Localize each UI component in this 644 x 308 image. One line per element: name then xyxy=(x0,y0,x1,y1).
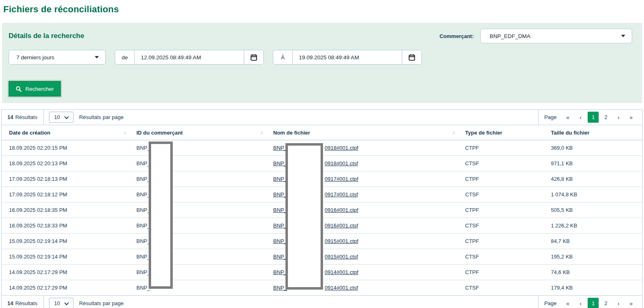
page-button-2[interactable]: 2 xyxy=(600,112,611,123)
period-dropdown-value: 7 derniers jours xyxy=(16,54,54,61)
page-button-2[interactable]: 2 xyxy=(600,298,611,308)
date-from-group: de 12.09.2025 08:49:49 AM xyxy=(115,50,264,65)
date-filter-row: 7 derniers jours de 12.09.2025 08:49:49 … xyxy=(9,50,635,65)
page-title: Fichiers de réconciliations xyxy=(0,0,644,20)
next-page-button[interactable]: › xyxy=(613,298,624,308)
date-to-label: À xyxy=(273,50,293,64)
header-label: Type de fichier xyxy=(465,130,502,136)
cell-file-size: 505,5 KB xyxy=(544,202,642,218)
last-page-button[interactable]: » xyxy=(626,112,637,123)
cell-file-size: 195,2 KB xyxy=(544,249,642,265)
date-to-group: À 19.09.2025 08:49:49 AM xyxy=(273,50,422,65)
cell-file-size: 971,1 KB xyxy=(544,156,642,171)
sort-icon[interactable]: ↓↑ xyxy=(452,130,455,135)
merchant-dropdown[interactable]: BNP_EDF_DMA xyxy=(480,29,632,43)
cell-date-creation: 18.09.2025 02:20:13 PM xyxy=(2,156,129,171)
per-page-value: 10 xyxy=(54,114,60,120)
caret-down-icon xyxy=(95,56,99,58)
search-button-row: Rechercher xyxy=(9,81,635,97)
sort-icon[interactable]: ↓↑ xyxy=(260,130,263,135)
divider xyxy=(43,110,44,125)
date-to-calendar-button[interactable] xyxy=(402,50,421,64)
cell-file-size: 369,0 KB xyxy=(544,140,642,156)
cell-file-type: CTSF xyxy=(458,156,544,171)
page-label: Page xyxy=(544,114,557,120)
page-button-1[interactable]: 1 xyxy=(588,112,599,123)
pagination-top: Page « ‹ 1 2 › » xyxy=(539,112,642,123)
cell-file-type: CTSF xyxy=(458,249,544,265)
cell-date-creation: 14.09.2025 02:17:29 PM xyxy=(2,265,129,280)
cell-file-size: 74,6 KB xyxy=(544,265,642,280)
chevron-down-icon xyxy=(64,300,69,305)
header-merchant-id[interactable]: ↓↑ ID du commerçant xyxy=(129,125,266,140)
cell-date-creation: 17.09.2025 02:18:12 PM xyxy=(2,187,129,202)
cell-file-type: CTSF xyxy=(458,218,544,234)
chevron-down-icon xyxy=(64,114,69,119)
sort-icon[interactable]: ↓↑ xyxy=(123,130,126,135)
search-icon xyxy=(16,86,22,92)
merchant-label: Commerçant: xyxy=(439,33,474,39)
header-label: Taille du fichier xyxy=(551,130,589,136)
cell-file-size: 1 074,8 KB xyxy=(544,187,642,202)
page-label: Page xyxy=(544,300,557,306)
results-count: 14 xyxy=(7,114,13,120)
cell-file-type: CTSF xyxy=(458,280,544,296)
cell-date-creation: 14.09.2025 02:17:29 PM xyxy=(2,280,129,296)
merchant-dropdown-value: BNP_EDF_DMA xyxy=(490,33,530,39)
redaction-box-file-name xyxy=(285,143,323,290)
first-page-button[interactable]: « xyxy=(562,298,573,308)
next-page-button[interactable]: › xyxy=(613,112,624,123)
cell-file-type: CTPF xyxy=(458,171,544,187)
header-label: Nom de fichier xyxy=(273,130,310,136)
cell-date-creation: 16.09.2025 02:18:33 PM xyxy=(2,218,129,234)
header-label: Date de création xyxy=(9,130,50,136)
results-count: 14 xyxy=(7,300,13,306)
cell-file-type: CTPF xyxy=(458,140,544,156)
results-summary: 14 Résultats 10 Résultats par page xyxy=(2,296,124,308)
cell-file-size: 1 226,2 KB xyxy=(544,218,642,234)
results-summary: 14 Résultats 10 Résultats par page xyxy=(2,110,124,125)
header-label: ID du commerçant xyxy=(136,130,183,136)
header-file-type[interactable]: Type de fichier xyxy=(458,125,544,140)
first-page-button[interactable]: « xyxy=(562,112,573,123)
header-date-creation[interactable]: ↓↑ Date de création xyxy=(2,125,129,140)
results-bar-bottom: 14 Résultats 10 Résultats par page Page … xyxy=(2,295,642,308)
cell-date-creation: 16.09.2025 02:18:35 PM xyxy=(2,202,129,218)
cell-file-size: 84,7 KB xyxy=(544,234,642,249)
page-button-1[interactable]: 1 xyxy=(588,298,599,308)
pagination-bottom: Page « ‹ 1 2 › » xyxy=(539,298,642,308)
last-page-button[interactable]: » xyxy=(626,298,637,308)
cell-date-creation: 15.09.2025 02:19:14 PM xyxy=(2,234,129,249)
date-to-input[interactable]: 19.09.2025 08:49:49 AM xyxy=(293,50,402,64)
per-page-select[interactable]: 10 xyxy=(49,298,74,308)
search-panel: Détails de la recherche Commerçant: BNP_… xyxy=(2,23,642,103)
per-page-label: Résultats par page xyxy=(79,114,124,120)
cell-file-type: CTPF xyxy=(458,265,544,280)
cell-date-creation: 18.09.2025 02:20:15 PM xyxy=(2,140,129,156)
cell-file-type: CTPF xyxy=(458,202,544,218)
header-file-name[interactable]: ↓↑ Nom de fichier xyxy=(266,125,458,140)
date-from-input[interactable]: 12.09.2025 08:49:49 AM xyxy=(135,50,244,64)
header-file-size[interactable]: Taille du fichier xyxy=(544,125,642,140)
cell-file-type: CTPF xyxy=(458,234,544,249)
cell-file-size: 179,4 KB xyxy=(544,280,642,296)
calendar-icon xyxy=(408,54,415,61)
period-dropdown[interactable]: 7 derniers jours xyxy=(9,50,106,65)
per-page-value: 10 xyxy=(54,300,60,306)
cell-date-creation: 17.09.2025 02:18:13 PM xyxy=(2,171,129,187)
per-page-select[interactable]: 10 xyxy=(49,112,74,123)
prev-page-button[interactable]: ‹ xyxy=(575,112,586,123)
date-from-calendar-button[interactable] xyxy=(244,50,263,64)
prev-page-button[interactable]: ‹ xyxy=(575,298,586,308)
merchant-group: Commerçant: BNP_EDF_DMA xyxy=(439,29,632,43)
calendar-icon xyxy=(250,54,257,61)
date-from-label: de xyxy=(115,50,135,64)
results-bar-top: 14 Résultats 10 Résultats par page Page … xyxy=(2,110,642,125)
search-button[interactable]: Rechercher xyxy=(9,81,61,97)
search-button-label: Rechercher xyxy=(25,86,54,92)
table-header-row: ↓↑ Date de création ↓↑ ID du commerçant … xyxy=(2,125,642,140)
cell-file-type: CTSF xyxy=(458,187,544,202)
per-page-label: Résultats par page xyxy=(79,300,124,306)
divider xyxy=(43,296,44,308)
cell-file-size: 426,8 KB xyxy=(544,171,642,187)
